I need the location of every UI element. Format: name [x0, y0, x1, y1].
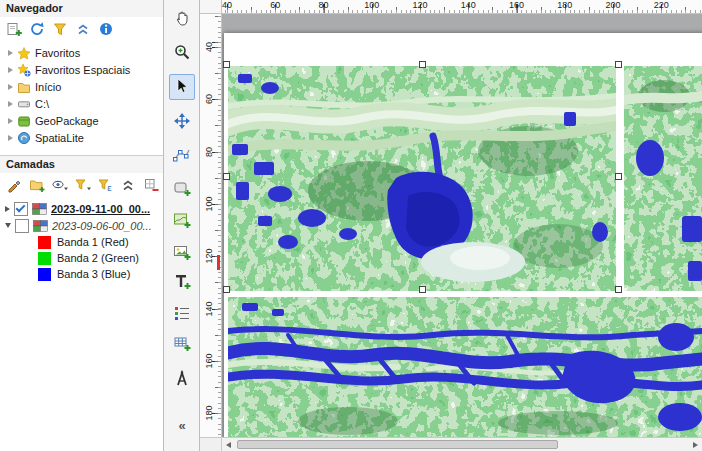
layer-styling-icon [6, 177, 22, 196]
filter-browser-button[interactable] [50, 20, 70, 40]
remove-layer-icon [143, 177, 159, 196]
expander-icon[interactable] [5, 206, 10, 212]
expander-icon[interactable] [8, 135, 13, 141]
ruler-number: 220 [654, 0, 669, 10]
add-legend-tool-button[interactable] [169, 301, 195, 327]
browser-item-label: SpatiaLite [35, 132, 84, 144]
add-layer-button[interactable] [4, 20, 24, 40]
selection-handle-mid-right[interactable] [615, 173, 622, 180]
home-folder-icon [17, 80, 31, 94]
ruler-number: 140 [204, 300, 214, 318]
add-shape-tool-button[interactable] [169, 176, 195, 202]
ruler-number: 180 [204, 404, 214, 422]
qgis-layout-window: Navegador [0, 0, 702, 451]
zoom-tool-button[interactable] [169, 40, 195, 66]
browser-tree: Favoritos Favoritos Espaciais Início C:\ [0, 43, 163, 146]
properties-button[interactable] [96, 20, 116, 40]
layer-row-2023-09-11[interactable]: 2023-09-11-00_00... [0, 200, 163, 217]
layout-canvas[interactable] [222, 14, 702, 437]
add-map-tool-button[interactable] [169, 208, 195, 234]
refresh-icon [29, 21, 45, 40]
band-color-swatch [38, 236, 51, 249]
add-table-tool-button[interactable] [169, 331, 195, 357]
layer-checkbox-unchecked[interactable] [15, 219, 29, 233]
band-label: Banda 3 (Blue) [57, 268, 130, 280]
browser-item-geopackage[interactable]: GeoPackage [0, 112, 163, 129]
map-item-1[interactable] [228, 66, 616, 291]
selection-handle-bottom-left[interactable] [223, 286, 230, 293]
ruler-number: 40 [204, 38, 214, 56]
filter-legend-button[interactable] [73, 176, 93, 196]
browser-item-label: Favoritos [35, 47, 80, 59]
collapse-all-icon [120, 177, 136, 196]
layers-panel: Camadas ε [0, 155, 163, 282]
filter-expression-button[interactable]: ε [96, 176, 116, 196]
browser-item-inicio[interactable]: Início [0, 78, 163, 95]
ruler-number: 40 [222, 0, 232, 10]
ruler-number: 80 [318, 0, 328, 10]
band-label: Banda 2 (Green) [57, 252, 139, 264]
browser-item-spatialite[interactable]: SpatiaLite [0, 129, 163, 146]
collapse-toolbox-button[interactable]: « [172, 418, 192, 434]
edit-nodes-tool-button[interactable] [169, 143, 195, 169]
scroll-left-arrow[interactable] [222, 438, 235, 451]
ruler-corner [200, 0, 222, 14]
spatial-bookmark-icon [17, 63, 31, 77]
properties-icon [98, 21, 114, 40]
selection-handle-top-right[interactable] [615, 61, 622, 68]
layer-styling-button[interactable] [4, 176, 24, 196]
geopackage-icon [17, 114, 31, 128]
collapse-all-button[interactable] [73, 20, 93, 40]
layer-checkbox-checked[interactable] [14, 202, 28, 216]
star-icon [17, 46, 31, 60]
pan-tool-button[interactable] [169, 6, 195, 32]
layout-view: 406080100120140160180200220 406080100120… [200, 0, 702, 451]
move-content-tool-button[interactable] [169, 109, 195, 135]
expander-icon[interactable] [8, 84, 13, 90]
ruler-number: 160 [509, 0, 524, 10]
layer-label: 2023-09-06-00_00... [52, 220, 152, 232]
scrollbar-thumb[interactable] [237, 440, 558, 449]
band-row-red[interactable]: Banda 1 (Red) [0, 234, 163, 250]
filter-icon [52, 21, 68, 40]
expander-icon[interactable] [8, 67, 13, 73]
vertical-ruler: 406080100120140160180 [200, 14, 222, 437]
add-layer-icon [6, 21, 22, 40]
browser-item-favoritos[interactable]: Favoritos [0, 44, 163, 61]
selection-handle-top-left[interactable] [223, 61, 230, 68]
band-row-green[interactable]: Banda 2 (Green) [0, 250, 163, 266]
browser-item-favoritos-espaciais[interactable]: Favoritos Espaciais [0, 61, 163, 78]
remove-layer-button[interactable] [141, 176, 161, 196]
map-item-right-sliver[interactable] [624, 66, 702, 291]
expander-icon[interactable] [8, 118, 13, 124]
map-themes-button[interactable] [50, 176, 70, 196]
horizontal-scrollbar[interactable] [222, 437, 702, 451]
band-row-blue[interactable]: Banda 3 (Blue) [0, 266, 163, 282]
layer-row-2023-09-06[interactable]: 2023-09-06-00_00... [0, 217, 163, 234]
ruler-number: 100 [364, 0, 379, 10]
add-group-button[interactable] [27, 176, 47, 196]
collapse-all-layers-button[interactable] [118, 176, 138, 196]
horizontal-ruler: 406080100120140160180200220 [222, 0, 702, 14]
expander-icon[interactable] [8, 101, 13, 107]
browser-item-c-drive[interactable]: C:\ [0, 95, 163, 112]
add-label-tool-button[interactable] [169, 269, 195, 295]
ruler-number: 120 [204, 247, 214, 265]
refresh-button[interactable] [27, 20, 47, 40]
map-item-2[interactable] [228, 297, 702, 437]
add-north-arrow-tool-button[interactable] [169, 366, 195, 392]
selection-handle-top-mid[interactable] [419, 61, 426, 68]
select-move-item-tool-button[interactable] [169, 74, 195, 100]
expander-icon[interactable] [5, 223, 11, 228]
select-arrow-icon [172, 76, 192, 99]
selection-handle-bottom-mid[interactable] [419, 286, 426, 293]
add-picture-tool-button[interactable] [169, 240, 195, 266]
scroll-right-arrow[interactable] [689, 438, 702, 451]
browser-item-label: C:\ [35, 98, 49, 110]
collapse-all-icon [75, 21, 91, 40]
left-triangle-icon [226, 442, 231, 448]
selection-handle-bottom-right[interactable] [615, 286, 622, 293]
selection-handle-mid-left[interactable] [223, 173, 230, 180]
layers-toolbar: ε [0, 173, 163, 199]
expander-icon[interactable] [8, 50, 13, 56]
